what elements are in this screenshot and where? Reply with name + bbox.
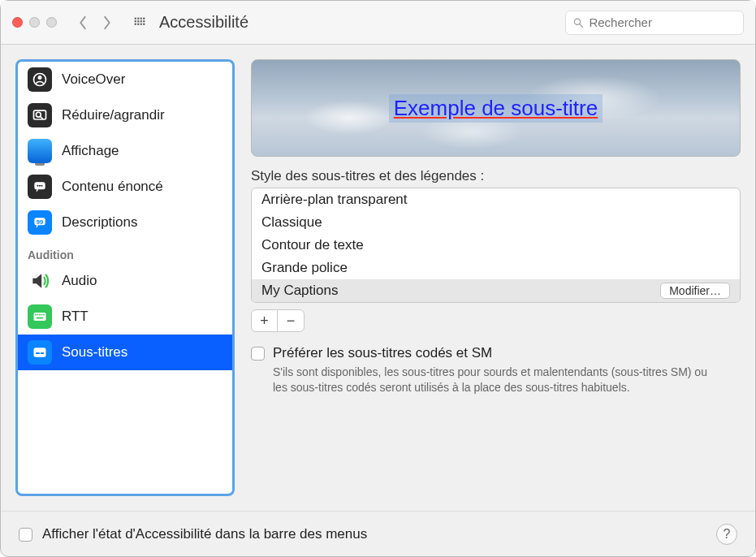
modify-style-button[interactable]: Modifier… [660,283,730,299]
svg-point-20 [37,185,38,187]
prefer-closed-captions-checkbox[interactable] [251,347,265,361]
svg-rect-7 [143,20,145,22]
search-icon [572,16,584,29]
sidebar-item-label: Sous-titres [62,344,127,361]
caption-style-list[interactable]: Arrière-plan transparent Classique Conto… [251,188,741,303]
svg-rect-10 [140,23,142,24]
remove-style-button[interactable]: − [278,310,304,331]
display-icon [28,139,52,163]
help-button[interactable]: ? [716,524,737,545]
svg-point-15 [38,76,42,80]
body: VoiceOver Réduire/agrandir Affichage Con… [1,45,755,511]
svg-line-13 [580,24,583,27]
footer: Afficher l'état d'Accessibilité dans la … [1,511,755,556]
zoom-icon [28,103,52,127]
add-remove-controls: + − [251,309,305,332]
search-input[interactable] [589,15,737,29]
add-style-button[interactable]: + [252,310,278,331]
style-name: Arrière-plan transparent [261,192,408,208]
window-controls [12,17,57,28]
svg-rect-5 [137,20,139,22]
svg-rect-31 [37,317,43,319]
prefer-closed-captions-label: Préférer les sous-titres codés et SM [273,345,711,361]
prefer-closed-captions-row: Préférer les sous-titres codés et SM S'i… [251,345,741,395]
style-row[interactable]: My Captions Modifier… [252,279,740,302]
sidebar-item-rtt[interactable]: RTT [18,299,232,335]
fullscreen-window-button[interactable] [46,17,57,28]
svg-rect-32 [34,348,46,357]
style-name: Contour de texte [261,237,364,253]
svg-rect-1 [137,17,139,19]
main-panel: Exemple de sous-titre Style des sous-tit… [251,59,741,496]
svg-point-21 [39,185,41,187]
sidebar-item-descriptions[interactable]: 99 Descriptions [18,205,232,240]
spoken-content-icon [28,175,52,199]
svg-rect-29 [41,314,43,316]
window-title: Accessibilité [159,13,248,32]
sidebar-item-label: Audio [62,273,97,289]
svg-rect-11 [143,23,145,24]
caption-preview: Exemple de sous-titre [251,59,741,157]
svg-rect-3 [143,17,145,19]
svg-rect-25 [34,313,46,321]
svg-text:99: 99 [37,218,43,226]
back-button[interactable] [73,13,93,32]
svg-rect-34 [41,352,44,354]
show-all-prefs-button[interactable] [130,13,149,32]
svg-rect-2 [140,17,142,19]
style-row[interactable]: Arrière-plan transparent [252,188,740,211]
sidebar-item-audio[interactable]: Audio [18,263,232,299]
svg-rect-26 [35,314,37,316]
svg-rect-33 [36,352,40,354]
svg-rect-27 [37,314,39,316]
minimize-window-button[interactable] [29,17,40,28]
show-status-in-menubar-checkbox[interactable] [19,528,32,542]
show-status-in-menubar-label: Afficher l'état d'Accessibilité dans la … [42,526,367,542]
help-icon: ? [724,527,731,542]
caption-preview-text: Exemple de sous-titre [389,94,603,123]
sidebar-item-label: Descriptions [62,214,138,231]
svg-rect-30 [43,314,45,316]
sidebar-item-display[interactable]: Affichage [18,133,232,169]
svg-rect-9 [137,23,139,24]
sidebar-item-captions[interactable]: Sous-titres [18,335,232,370]
window: Accessibilité VoiceOver Réduire/agrandir [0,0,756,557]
svg-rect-8 [135,23,136,24]
sidebar-item-zoom[interactable]: Réduire/agrandir [18,97,232,133]
sidebar-item-label: Affichage [62,143,119,159]
svg-rect-28 [39,314,41,316]
audio-icon [28,269,52,293]
svg-rect-6 [140,20,142,22]
search-field[interactable] [565,11,744,35]
svg-point-17 [36,112,41,117]
sidebar[interactable]: VoiceOver Réduire/agrandir Affichage Con… [15,59,235,496]
voiceover-icon [28,67,52,92]
titlebar: Accessibilité [1,1,755,45]
close-window-button[interactable] [12,17,23,28]
svg-rect-4 [135,20,136,22]
svg-point-22 [41,185,42,187]
style-row[interactable]: Classique [252,211,740,234]
forward-button[interactable] [97,13,117,32]
svg-point-12 [574,19,580,24]
style-name: My Captions [261,283,338,299]
style-section-label: Style des sous-titres et des légendes : [251,168,741,184]
style-name: Grande police [261,260,348,276]
style-row[interactable]: Grande police [252,257,740,279]
sidebar-item-label: Contenu énoncé [62,179,163,195]
descriptions-icon: 99 [28,210,52,235]
prefer-closed-captions-description: S'ils sont disponibles, les sous-titres … [273,365,711,395]
sidebar-item-voiceover[interactable]: VoiceOver [18,62,232,97]
captions-icon [28,340,52,365]
sidebar-section-audition: Audition [18,240,232,263]
style-row[interactable]: Contour de texte [252,234,740,257]
sidebar-item-spoken-content[interactable]: Contenu énoncé [18,169,232,205]
sidebar-item-label: Réduire/agrandir [62,107,165,123]
style-name: Classique [261,214,322,231]
sidebar-item-label: RTT [62,309,89,325]
svg-rect-0 [135,17,136,19]
rtt-icon [28,304,52,329]
sidebar-item-label: VoiceOver [62,71,125,88]
